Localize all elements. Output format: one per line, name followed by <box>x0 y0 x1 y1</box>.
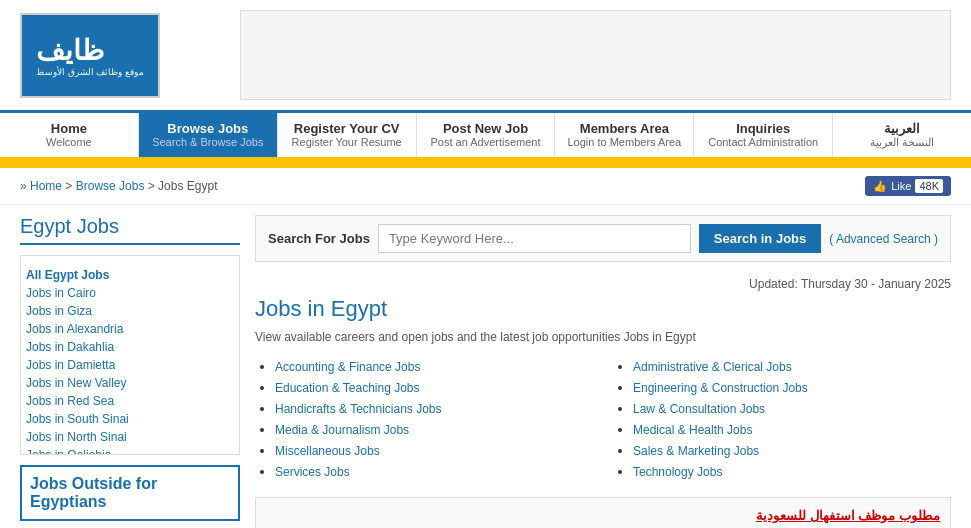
list-item[interactable]: Miscellaneous Jobs <box>275 440 593 461</box>
nav-browse-sub: Search & Browse Jobs <box>144 136 272 148</box>
list-item[interactable]: Sales & Marketing Jobs <box>633 440 951 461</box>
updated-text: Updated: Thursday 30 - January 2025 <box>255 277 951 291</box>
jobs-col-left: Accounting & Finance Jobs Education & Te… <box>255 356 593 482</box>
job-link-accounting[interactable]: Accounting & Finance Jobs <box>275 360 420 374</box>
advanced-search-link[interactable]: ( Advanced Search ) <box>829 232 938 246</box>
nav-register-label: Register Your CV <box>283 121 411 136</box>
breadcrumb-current: Jobs Egypt <box>158 179 217 193</box>
sidebar-link-damietta[interactable]: Jobs in Damietta <box>26 358 115 372</box>
main-layout: Egypt Jobs All Egypt Jobs Jobs in Cairo … <box>0 205 971 528</box>
sidebar-link-northsinai[interactable]: Jobs in North Sinai <box>26 430 127 444</box>
list-item[interactable]: Jobs in Dakahlia <box>26 338 234 356</box>
job-link-law[interactable]: Law & Consultation Jobs <box>633 402 765 416</box>
sidebar-link-all[interactable]: All Egypt Jobs <box>26 268 109 282</box>
yellow-bar <box>0 160 971 168</box>
breadcrumb-browse[interactable]: Browse Jobs <box>76 179 145 193</box>
job-link-services[interactable]: Services Jobs <box>275 465 350 479</box>
list-item[interactable]: Education & Teaching Jobs <box>275 377 593 398</box>
list-item[interactable]: Jobs in Qaliobia <box>26 446 234 455</box>
sidebar-link-newvalley[interactable]: Jobs in New Valley <box>26 376 127 390</box>
content-area: Search For Jobs Search in Jobs ( Advance… <box>255 215 951 528</box>
nav-browse-jobs[interactable]: Browse Jobs Search & Browse Jobs <box>139 113 278 157</box>
job-link-education[interactable]: Education & Teaching Jobs <box>275 381 420 395</box>
nav-post-label: Post New Job <box>422 121 550 136</box>
nav-arabic-label: العربية <box>838 121 966 136</box>
logo-area: ظايف موقع وظائف الشرق الأوسط <box>20 13 220 98</box>
like-button[interactable]: 👍 Like 48K <box>865 176 951 196</box>
list-item[interactable]: Law & Consultation Jobs <box>633 398 951 419</box>
nav-post-job[interactable]: Post New Job Post an Advertisement <box>417 113 556 157</box>
list-item[interactable]: Jobs in Cairo <box>26 284 234 302</box>
list-item[interactable]: All Egypt Jobs <box>26 266 234 284</box>
list-item[interactable]: Technology Jobs <box>633 461 951 482</box>
job-link-medical[interactable]: Medical & Health Jobs <box>633 423 752 437</box>
list-item[interactable]: Administrative & Clerical Jobs <box>633 356 951 377</box>
nav-members-sub: Login to Members Area <box>560 136 688 148</box>
nav-browse-label: Browse Jobs <box>144 121 272 136</box>
list-item[interactable]: Jobs in Alexandria <box>26 320 234 338</box>
list-item[interactable]: Engineering & Construction Jobs <box>633 377 951 398</box>
nav-home[interactable]: Home Welcome <box>0 113 139 157</box>
list-item[interactable]: Handicrafts & Technicians Jobs <box>275 398 593 419</box>
list-item[interactable]: Jobs in Damietta <box>26 356 234 374</box>
breadcrumb: » Home > Browse Jobs > Jobs Egypt <box>20 179 217 193</box>
job-link-handicrafts[interactable]: Handicrafts & Technicians Jobs <box>275 402 442 416</box>
job-link-admin[interactable]: Administrative & Clerical Jobs <box>633 360 792 374</box>
job-link-sales[interactable]: Sales & Marketing Jobs <box>633 444 759 458</box>
search-button[interactable]: Search in Jobs <box>699 224 821 253</box>
nav-inquiries-label: Inquiries <box>699 121 827 136</box>
sidebar-list: All Egypt Jobs Jobs in Cairo Jobs in Giz… <box>26 261 234 455</box>
page-title: Jobs in Egypt <box>255 296 951 322</box>
breadcrumb-home[interactable]: Home <box>30 179 62 193</box>
job-posting-title[interactable]: مطلوب موظف استفهال للسعودية <box>266 508 940 523</box>
sidebar-link-redsea[interactable]: Jobs in Red Sea <box>26 394 114 408</box>
sidebar-link-dak[interactable]: Jobs in Dakahlia <box>26 340 114 354</box>
nav-members[interactable]: Members Area Login to Members Area <box>555 113 694 157</box>
nav-arabic[interactable]: العربية النسخة العربية <box>833 113 971 157</box>
nav-register-cv[interactable]: Register Your CV Register Your Resume <box>278 113 417 157</box>
sidebar: Egypt Jobs All Egypt Jobs Jobs in Cairo … <box>20 215 240 528</box>
list-item[interactable]: Medical & Health Jobs <box>633 419 951 440</box>
job-posting: مطلوب موظف استفهال للسعودية Posted Thurs… <box>255 497 951 528</box>
job-link-engineering[interactable]: Engineering & Construction Jobs <box>633 381 808 395</box>
list-item[interactable]: Jobs in Red Sea <box>26 392 234 410</box>
sidebar-link-alex[interactable]: Jobs in Alexandria <box>26 322 123 336</box>
list-item[interactable]: Jobs in Giza <box>26 302 234 320</box>
nav-inquiries-sub: Contact Administration <box>699 136 827 148</box>
nav-post-sub: Post an Advertisement <box>422 136 550 148</box>
sidebar-scroll-inner: All Egypt Jobs Jobs in Cairo Jobs in Giz… <box>26 261 234 455</box>
sidebar-scroll[interactable]: All Egypt Jobs Jobs in Cairo Jobs in Giz… <box>20 255 240 455</box>
logo-box: ظايف موقع وظائف الشرق الأوسط <box>20 13 160 98</box>
like-label: Like <box>891 180 911 192</box>
jobs-list-right: Administrative & Clerical Jobs Engineeri… <box>613 356 951 482</box>
nav-inquiries[interactable]: Inquiries Contact Administration <box>694 113 833 157</box>
sidebar-link-qaliobia[interactable]: Jobs in Qaliobia <box>26 448 111 455</box>
sidebar-outside-box[interactable]: Jobs Outside for Egyptians <box>20 465 240 521</box>
jobs-list-left: Accounting & Finance Jobs Education & Te… <box>255 356 593 482</box>
nav: Home Welcome Browse Jobs Search & Browse… <box>0 113 971 160</box>
sidebar-outside-title: Jobs Outside for Egyptians <box>30 475 230 511</box>
nav-members-label: Members Area <box>560 121 688 136</box>
list-item[interactable]: Jobs in New Valley <box>26 374 234 392</box>
nav-register-sub: Register Your Resume <box>283 136 411 148</box>
breadcrumb-bar: » Home > Browse Jobs > Jobs Egypt 👍 Like… <box>0 168 971 205</box>
list-item[interactable]: Services Jobs <box>275 461 593 482</box>
jobs-lists: Accounting & Finance Jobs Education & Te… <box>255 356 951 482</box>
nav-arabic-sub: النسخة العربية <box>838 136 966 149</box>
ad-banner <box>240 10 951 100</box>
search-input[interactable] <box>378 224 691 253</box>
sidebar-link-giza[interactable]: Jobs in Giza <box>26 304 92 318</box>
sidebar-title: Egypt Jobs <box>20 215 240 245</box>
list-item[interactable]: Media & Journalism Jobs <box>275 419 593 440</box>
job-link-tech[interactable]: Technology Jobs <box>633 465 722 479</box>
sidebar-link-southsinai[interactable]: Jobs in South Sinai <box>26 412 129 426</box>
job-link-media[interactable]: Media & Journalism Jobs <box>275 423 409 437</box>
list-item[interactable]: Jobs in South Sinai <box>26 410 234 428</box>
page-description: View available careers and open jobs and… <box>255 330 951 344</box>
nav-home-label: Home <box>5 121 133 136</box>
header: ظايف موقع وظائف الشرق الأوسط <box>0 0 971 113</box>
job-link-misc[interactable]: Miscellaneous Jobs <box>275 444 380 458</box>
list-item[interactable]: Accounting & Finance Jobs <box>275 356 593 377</box>
list-item[interactable]: Jobs in North Sinai <box>26 428 234 446</box>
sidebar-link-cairo[interactable]: Jobs in Cairo <box>26 286 96 300</box>
